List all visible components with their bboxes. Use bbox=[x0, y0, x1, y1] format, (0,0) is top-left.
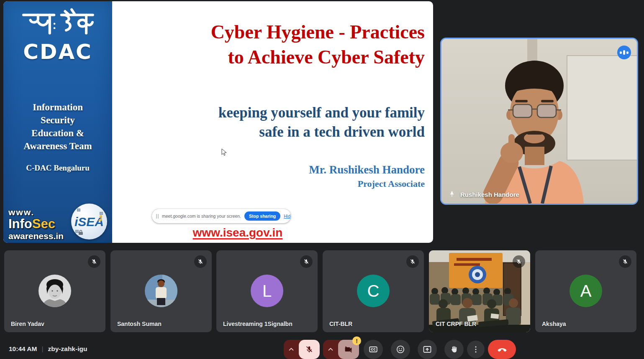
pin-icon bbox=[448, 191, 456, 198]
clock-time: 10:44 AM bbox=[9, 345, 37, 353]
chevron-up-icon bbox=[287, 346, 295, 353]
participant-name: CIT-BLR bbox=[329, 321, 352, 327]
mic-muted-icon bbox=[194, 255, 207, 268]
infosec-awareness-logo: www. InfoSec awareness.in bbox=[8, 208, 64, 240]
share-toast-message: meet.google.com is sharing your screen. bbox=[162, 214, 241, 219]
more-options-icon bbox=[471, 345, 480, 354]
slide-subtitle: keeping yourself and your family safe in… bbox=[121, 103, 425, 142]
participant-name: CIT CRPF BLR bbox=[436, 321, 476, 327]
isea-decoration bbox=[77, 209, 80, 211]
end-call-icon bbox=[497, 344, 508, 355]
participant-tile[interactable]: Biren Yadav bbox=[4, 250, 105, 332]
team-line: Security bbox=[3, 114, 112, 127]
isea-person-icon bbox=[95, 214, 104, 223]
team-line: Awareness Team bbox=[3, 140, 112, 153]
participant-name: Livestreaming 1Signalbn bbox=[223, 321, 292, 327]
sidebar-location: C-DAC Bengaluru bbox=[3, 163, 112, 173]
cdac-latin-logo: CDAC bbox=[3, 40, 112, 64]
meeting-info: 10:44 AM | zby-zahk-igu bbox=[9, 345, 87, 353]
mic-muted-icon bbox=[300, 255, 313, 268]
mic-mute-button[interactable] bbox=[299, 340, 320, 359]
participant-name: Biren Yadav bbox=[11, 321, 44, 327]
team-line: Education & bbox=[3, 127, 112, 140]
screen-share-toast: meet.google.com is sharing your screen. … bbox=[152, 209, 291, 223]
mic-muted-icon bbox=[619, 255, 631, 268]
camera-off-icon bbox=[344, 345, 353, 354]
google-meet-screen: CDAC Information Security Education & Aw… bbox=[0, 0, 644, 359]
shared-screen-window: CDAC Information Security Education & Aw… bbox=[3, 1, 433, 243]
slide-subtitle-line2: safe in a tech driven world bbox=[121, 122, 425, 142]
speaker-video-feed bbox=[441, 39, 637, 204]
sidebar-team-title: Information Security Education & Awarene… bbox=[3, 101, 112, 153]
slide-speaker-role: Project Associate bbox=[121, 178, 425, 189]
pinned-video-tile[interactable]: Rushikesh Handore bbox=[440, 38, 638, 205]
slide-cdac-sidebar: CDAC Information Security Education & Aw… bbox=[3, 1, 112, 243]
avatar-initial: A bbox=[570, 275, 602, 307]
meeting-code: zby-zahk-igu bbox=[48, 345, 87, 353]
cdac-devanagari-logo bbox=[18, 8, 98, 38]
present-screen-icon bbox=[422, 344, 432, 354]
participant-tile[interactable]: C CIT-BLR bbox=[323, 250, 424, 332]
slide-speaker-name: Mr. Rushikesh Handore bbox=[121, 163, 425, 176]
mic-muted-icon bbox=[88, 255, 100, 268]
participant-tile[interactable]: Santosh Suman bbox=[110, 250, 212, 332]
infosec-sec: Sec bbox=[32, 216, 55, 231]
raise-hand-icon bbox=[449, 345, 459, 354]
hide-toast-link[interactable]: Hide bbox=[284, 214, 291, 219]
camera-warning-badge: ! bbox=[352, 336, 361, 345]
raise-hand-button[interactable] bbox=[444, 340, 464, 359]
chevron-up-icon bbox=[327, 346, 334, 353]
separator: | bbox=[41, 345, 43, 353]
slide-title-line1: Cyber Hygiene - Practices bbox=[121, 20, 425, 45]
infosec-domain: awareness.in bbox=[8, 232, 64, 240]
avatar-initial: C bbox=[357, 275, 390, 307]
mouse-cursor bbox=[221, 148, 228, 157]
captions-button[interactable] bbox=[364, 340, 383, 359]
isea-lock-icon bbox=[78, 229, 84, 235]
present-screen-button[interactable] bbox=[418, 340, 437, 359]
infosec-wordmark: InfoSec bbox=[8, 217, 64, 230]
participant-tile[interactable]: CIT CRPF BLR bbox=[429, 250, 530, 332]
participant-name: Akshaya bbox=[542, 321, 566, 327]
participant-tile[interactable]: L Livestreaming 1Signalbn bbox=[216, 250, 318, 332]
avatar-initial: L bbox=[251, 275, 283, 307]
slide-title: Cyber Hygiene - Practices to Achieve Cyb… bbox=[121, 20, 425, 70]
more-options-button[interactable] bbox=[467, 341, 485, 358]
captions-icon bbox=[368, 344, 378, 354]
avatar-letter: A bbox=[580, 282, 592, 300]
end-call-button[interactable] bbox=[488, 340, 516, 359]
pinned-participant-name: Rushikesh Handore bbox=[460, 191, 519, 198]
team-line: Information bbox=[3, 101, 112, 114]
mic-control-group bbox=[284, 340, 320, 359]
infosec-www: www. bbox=[8, 208, 64, 216]
reactions-button[interactable] bbox=[391, 340, 410, 359]
stop-sharing-button[interactable]: Stop sharing bbox=[244, 211, 280, 221]
isea-logo-badge: iSEA bbox=[71, 204, 107, 239]
slide-subtitle-line1: keeping yourself and your family bbox=[121, 103, 425, 122]
camera-control-group: ! bbox=[323, 340, 359, 359]
pinned-tile-nameplate: Rushikesh Handore bbox=[448, 191, 519, 198]
emoji-smile-icon bbox=[395, 344, 405, 354]
participant-tile[interactable]: A Akshaya bbox=[535, 250, 636, 332]
avatar-letter: C bbox=[367, 282, 380, 300]
participant-name: Santosh Suman bbox=[117, 321, 162, 327]
avatar bbox=[38, 275, 71, 307]
infosec-info: Info bbox=[8, 216, 32, 231]
toast-drag-handle-icon[interactable] bbox=[156, 214, 159, 219]
slide-title-line2: to Achieve Cyber Safety bbox=[121, 45, 425, 70]
avatar bbox=[145, 275, 177, 307]
mic-muted-icon bbox=[406, 255, 419, 268]
slide-website-link: www.isea.gov.in bbox=[121, 226, 355, 239]
audio-speaking-indicator bbox=[617, 46, 631, 59]
mic-off-icon bbox=[305, 345, 314, 354]
mic-muted-icon bbox=[513, 255, 525, 268]
avatar-letter: L bbox=[262, 282, 272, 300]
